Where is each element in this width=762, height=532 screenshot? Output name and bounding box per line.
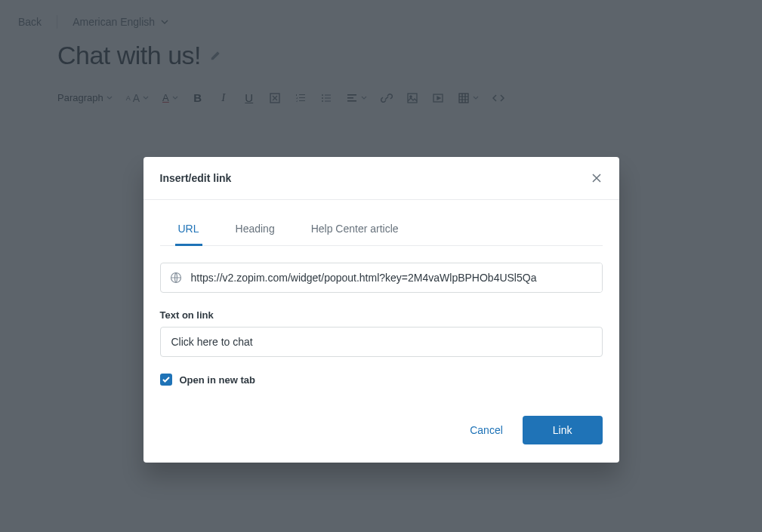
url-input-wrap [160, 263, 603, 293]
link-modal: Insert/edit link URL Heading Help Center… [143, 157, 619, 463]
globe-icon [161, 272, 191, 284]
modal-title: Insert/edit link [160, 172, 232, 184]
open-new-tab-label: Open in new tab [180, 374, 255, 386]
url-input[interactable] [191, 263, 602, 292]
cancel-button[interactable]: Cancel [465, 417, 507, 444]
modal-overlay: Insert/edit link URL Heading Help Center… [0, 0, 762, 532]
text-on-link-label: Text on link [160, 309, 603, 321]
modal-tabs: URL Heading Help Center article [160, 214, 603, 246]
tab-url[interactable]: URL [175, 214, 202, 246]
tab-article[interactable]: Help Center article [308, 214, 402, 246]
tab-heading[interactable]: Heading [233, 214, 278, 246]
link-button[interactable]: Link [523, 416, 603, 444]
text-on-link-input[interactable] [160, 327, 603, 357]
close-icon[interactable] [591, 172, 603, 184]
open-new-tab-checkbox[interactable] [160, 374, 172, 386]
